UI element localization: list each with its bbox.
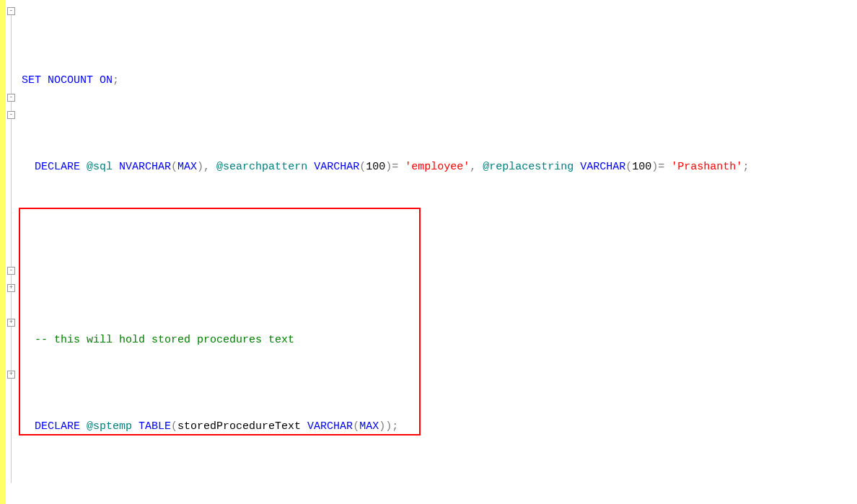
code-editor[interactable]: ----+++ SET NOCOUNT ON; DECLARE @sql NVA… xyxy=(0,0,857,504)
fold-collapse-icon[interactable]: - xyxy=(7,111,15,119)
code-line: DECLARE @sptemp TABLE(storedProcedureTex… xyxy=(22,418,851,436)
code-line: SET NOCOUNT ON; xyxy=(22,72,851,89)
fold-collapse-icon[interactable]: - xyxy=(7,94,15,102)
modification-indicator xyxy=(0,0,6,504)
fold-gutter[interactable]: ----+++ xyxy=(6,0,19,504)
fold-guide xyxy=(11,7,12,483)
fold-collapse-icon[interactable]: - xyxy=(7,7,15,15)
code-line xyxy=(22,245,851,262)
fold-expand-icon[interactable]: + xyxy=(7,319,15,327)
fold-expand-icon[interactable]: + xyxy=(7,284,15,292)
fold-collapse-icon[interactable]: - xyxy=(7,267,15,275)
fold-expand-icon[interactable]: + xyxy=(7,371,15,379)
code-line: DECLARE @sql NVARCHAR(MAX), @searchpatte… xyxy=(22,159,851,176)
code-line: -- this will hold stored procedures text xyxy=(22,332,851,349)
code-text-area[interactable]: SET NOCOUNT ON; DECLARE @sql NVARCHAR(MA… xyxy=(19,0,857,504)
